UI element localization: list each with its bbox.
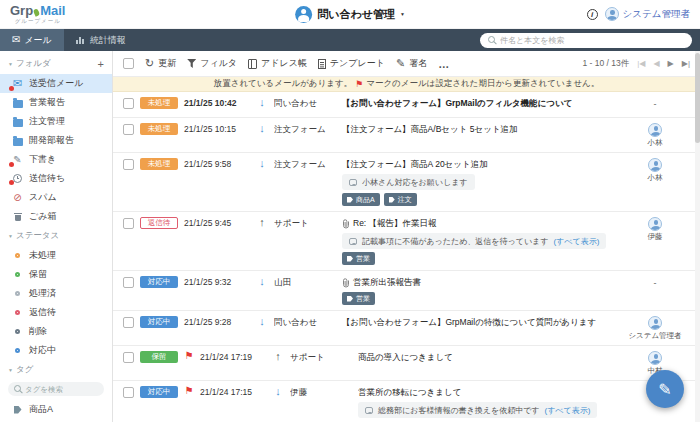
tag-icon [389,197,395,203]
email-date: 21/1/25 9:58 [184,159,250,169]
template-button[interactable]: テンプレート [318,57,385,70]
status-dot-icon [15,253,20,258]
user-avatar-icon [605,7,619,21]
avatar-icon [648,351,662,365]
sidebar-status-unprocessed[interactable]: 未処理 [0,246,112,265]
first-page-button[interactable]: |◀ [637,60,645,68]
email-row[interactable]: 返信待 21/1/25 9:45 ↑ サポート Re: 【報告】作業日報 記載事… [113,212,700,271]
signature-button[interactable]: ✎ 署名 [396,57,427,70]
row-checkbox[interactable] [123,98,134,109]
app-logo[interactable]: Grp Mail グループメール [10,4,65,24]
sidebar-item-outbox[interactable]: 送信待ち [0,169,112,188]
pagination-label: 1 - 10 / 13件 [582,58,629,70]
pagination: 1 - 10 / 13件 |◀ ◀ ▶ ▶| [582,58,690,70]
row-checkbox[interactable] [123,124,134,135]
compose-button[interactable]: ✎ [646,370,684,408]
tab-mail[interactable]: ✉ メール [0,29,64,51]
row-checkbox[interactable] [123,218,134,229]
sidebar-status-deleted[interactable]: 削除 [0,322,112,341]
email-subject: 【お問い合わせフォーム】GrpMailのフィルタ機能について [342,98,622,110]
show-all-link[interactable]: (すべて表示) [545,405,591,416]
email-row[interactable]: 保留 ⚑ 21/1/24 17:19 ↑ サポート 商品の導入につきまして 中村 [113,346,700,381]
sidebar-status-in-progress[interactable]: 対応中 [0,341,112,360]
sidebar-item-order-management[interactable]: 注文管理 [0,112,112,131]
assignee-name: 伊藤 [648,232,663,241]
sidebar-item-trash[interactable]: ごみ箱 [0,207,112,226]
tag-icon [347,296,353,302]
email-row[interactable]: 未処理 21/1/25 9:58 ↓ 注文フォーム 【注文フォーム】商品A 20… [113,153,700,212]
status-dot-icon [15,348,20,353]
sidebar-item-dev-report[interactable]: 開発部報告 [0,131,112,150]
sidebar-item-sales-report[interactable]: 営業報告 [0,93,112,112]
paperclip-icon [342,278,350,288]
sidebar-item-inbox[interactable]: ✉ 送受信メール [0,74,112,93]
status-section-header[interactable]: ▼ ステータス [0,226,112,246]
email-from: サポート [290,352,352,364]
sidebar-status-done[interactable]: 処理済 [0,284,112,303]
last-page-button[interactable]: ▶| [682,60,690,68]
tag-search-input[interactable] [25,385,98,394]
next-page-button[interactable]: ▶ [668,60,674,68]
tags-section-header[interactable]: ▼ タグ [0,360,112,380]
user-menu[interactable]: システム管理者 [605,7,690,21]
assignee: 伊藤 [628,217,682,241]
address-book-button[interactable]: アドレス帳 [248,57,307,70]
more-actions-button[interactable]: … [438,58,450,70]
assignee-name: - [654,278,657,289]
tag-icon [347,197,353,203]
email-row[interactable]: 未処理 21/1/25 10:42 ↓ 問い合わせ 【お問い合わせフォーム】Gr… [113,92,700,118]
sidebar-item-drafts[interactable]: ✎ 下書き [0,150,112,169]
show-all-link[interactable]: (すべて表示) [553,236,599,247]
search-box [480,33,692,48]
comment: 小林さん対応をお願いします [342,174,475,190]
refresh-button[interactable]: ↻ 更新 [145,57,176,70]
collapse-caret-icon: ▼ [8,233,13,239]
user-name: システム管理者 [623,8,690,21]
sidebar-item-spam[interactable]: ⊘ スパム [0,188,112,207]
sidebar-status-reply-wait[interactable]: 返信待 [0,303,112,322]
filter-icon [187,59,196,68]
email-row[interactable]: 対応中 21/1/25 9:28 ↓ 問い合わせ 【お問い合わせフォーム】Grp… [113,311,700,346]
tag-pill[interactable]: 営業 [342,292,375,305]
sidebar-status-hold[interactable]: 保留 [0,265,112,284]
search-input[interactable] [500,36,684,45]
sidebar-item-label: 送受信メール [29,77,83,90]
email-row[interactable]: 対応中 ⚑ 21/1/24 17:15 ↓ 伊藤 営業所の移転につきまして 総務… [113,381,700,422]
email-row[interactable]: 対応中 21/1/25 9:32 ↓ 山田 営業所出張報告書 営業 - [113,271,700,311]
tag-pill[interactable]: 商品A [342,193,380,206]
row-checkbox[interactable] [123,317,134,328]
sidebar-item-label: スパム [29,191,57,204]
mail-icon: ✉ [13,78,22,89]
folders-section-header[interactable]: ▼ フォルダ + [0,54,112,74]
filter-button[interactable]: フィルタ [187,57,237,70]
tag-pill[interactable]: 営業 [342,252,375,265]
select-all-checkbox[interactable] [123,58,134,69]
header-right: i システム管理者 [587,7,690,21]
row-checkbox[interactable] [123,352,134,363]
sidebar-tag-product-a[interactable]: 商品A [0,400,112,419]
tag-icon [347,256,353,262]
add-folder-button[interactable]: + [98,59,104,70]
assignee-name: 小林 [648,138,663,147]
folder-icon [13,100,23,108]
folder-icon [13,119,23,127]
email-row[interactable]: 未処理 21/1/25 10:15 ↓ 注文フォーム 【注文フォーム】商品A/B… [113,118,700,153]
row-checkbox[interactable] [123,277,134,288]
app-title-dropdown[interactable]: 問い合わせ管理 ▼ [295,0,405,28]
scrollbar-thumb[interactable] [695,53,700,143]
status-badge: 未処理 [140,123,178,135]
address-book-icon [248,59,257,69]
arrow-down-icon: ↓ [256,276,268,287]
row-checkbox[interactable] [123,387,134,398]
assignee: 小林 [628,158,682,182]
tag-pill[interactable]: 注文 [384,193,417,206]
list-scrollbar[interactable] [695,51,700,422]
prev-page-button[interactable]: ◀ [653,60,659,68]
info-icon[interactable]: i [587,9,598,20]
status-badge: 保留 [140,351,178,363]
tab-statistics[interactable]: 統計情報 [64,29,138,51]
compose-pencil-icon: ✎ [658,380,671,399]
search-icon [14,385,22,393]
assignee: システム管理者 [628,316,682,340]
row-checkbox[interactable] [123,159,134,170]
